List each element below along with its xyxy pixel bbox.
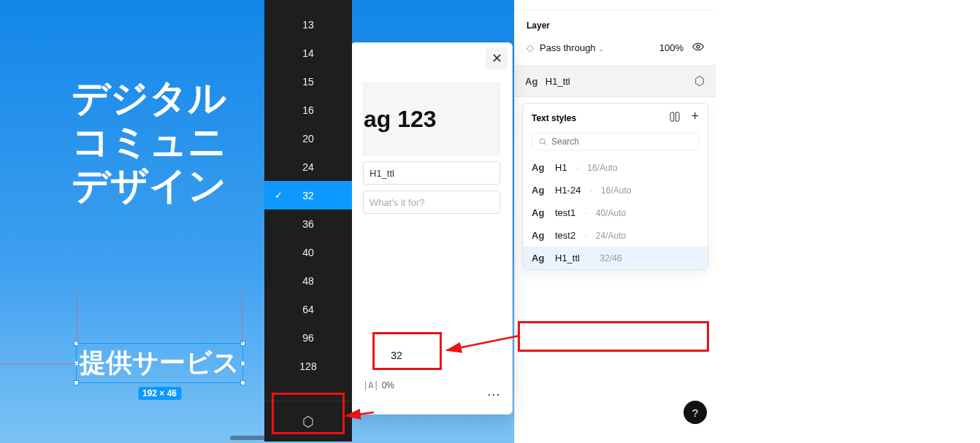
current-text-style-row[interactable]: Ag H1_ttl bbox=[515, 66, 716, 97]
styles-search-input[interactable] bbox=[532, 133, 699, 150]
ag-icon: Ag bbox=[532, 162, 548, 173]
opacity-field[interactable]: 100% bbox=[659, 42, 684, 53]
style-description-input[interactable] bbox=[363, 190, 500, 214]
style-preview: ag 123 bbox=[363, 82, 500, 155]
more-options-button[interactable]: ⋯ bbox=[487, 386, 502, 402]
font-size-dropdown[interactable]: 131415162024323640486496128 bbox=[264, 0, 352, 442]
font-size-option[interactable]: 20 bbox=[264, 124, 352, 153]
text-style-item[interactable]: AgH1-24·16/Auto bbox=[523, 179, 708, 201]
resize-handle[interactable] bbox=[240, 380, 245, 385]
text-styles-title: Text styles bbox=[532, 113, 576, 123]
selected-text-layer[interactable]: 提供サービス 192 × 46 bbox=[76, 343, 243, 383]
layer-section-title: Layer bbox=[527, 20, 704, 31]
font-size-option[interactable]: 96 bbox=[264, 323, 352, 352]
blend-mode-icon: ◇ bbox=[527, 42, 534, 53]
font-size-option[interactable]: 40 bbox=[264, 238, 352, 266]
dropdown-footer[interactable] bbox=[264, 401, 352, 442]
layer-section: Layer ◇ Pass through ⌄ 100% bbox=[515, 10, 716, 66]
detach-style-icon[interactable] bbox=[694, 75, 705, 87]
chevron-down-icon: ⌄ bbox=[598, 45, 604, 53]
inspector-panel: Layer ◇ Pass through ⌄ 100% bbox=[514, 0, 716, 443]
help-button[interactable]: ? bbox=[684, 401, 707, 424]
ellipsis-icon: ⋯ bbox=[487, 387, 502, 401]
library-icon[interactable] bbox=[669, 111, 681, 126]
letter-spacing-field[interactable]: |A| 0% bbox=[363, 380, 394, 390]
text-styles-panel: Text styles + AgH1·16/AutoAgH1-24·16/Aut… bbox=[522, 103, 708, 270]
style-name-input[interactable] bbox=[363, 161, 500, 185]
text-style-item[interactable]: Agtest2·24/Auto bbox=[523, 224, 708, 247]
font-size-option[interactable]: 64 bbox=[264, 295, 352, 323]
text-style-item[interactable]: Agtest1·40/Auto bbox=[523, 201, 708, 224]
alignment-guide bbox=[1, 363, 77, 364]
dimensions-badge: 192 × 46 bbox=[138, 387, 181, 400]
font-size-option[interactable]: 36 bbox=[264, 209, 352, 238]
eye-icon bbox=[692, 41, 704, 53]
letter-spacing-icon: |A| bbox=[363, 380, 379, 390]
resize-handle[interactable] bbox=[240, 361, 245, 366]
style-hexagon-icon bbox=[302, 415, 315, 428]
font-size-option[interactable]: 32 bbox=[264, 181, 352, 209]
font-size-option[interactable]: 128 bbox=[264, 352, 352, 380]
selected-text[interactable]: 提供サービス 192 × 46 bbox=[76, 343, 243, 383]
font-size-option[interactable]: 13 bbox=[264, 10, 352, 39]
font-size-option[interactable]: 15 bbox=[264, 67, 352, 96]
close-icon: ✕ bbox=[491, 50, 502, 66]
font-size-option[interactable]: 24 bbox=[264, 153, 352, 181]
font-size-option[interactable]: 14 bbox=[264, 39, 352, 67]
edit-style-popover[interactable]: ✕ ag 123 32 |A| 0% ⋯ bbox=[351, 42, 513, 415]
ag-icon: Ag bbox=[525, 76, 537, 87]
help-icon: ? bbox=[692, 407, 698, 419]
font-size-field[interactable]: 32 bbox=[363, 338, 430, 373]
close-button[interactable]: ✕ bbox=[486, 47, 508, 69]
font-size-option[interactable]: 16 bbox=[264, 96, 352, 124]
add-style-button[interactable]: + bbox=[691, 111, 699, 126]
ag-icon: Ag bbox=[532, 253, 548, 263]
alignment-guide bbox=[77, 293, 77, 344]
font-size-option[interactable]: 48 bbox=[264, 266, 352, 295]
resize-handle[interactable] bbox=[74, 380, 79, 385]
blend-mode-select[interactable]: Pass through ⌄ bbox=[540, 42, 604, 53]
ag-icon: Ag bbox=[532, 185, 548, 196]
ag-icon: Ag bbox=[532, 230, 548, 241]
text-style-item[interactable]: AgH1_ttl·32/46 bbox=[523, 247, 708, 269]
canvas-title-text: デジタル コミュニ デザイン bbox=[72, 77, 226, 207]
search-icon bbox=[538, 137, 547, 146]
svg-point-0 bbox=[697, 45, 700, 48]
svg-point-1 bbox=[540, 139, 545, 144]
alignment-guide bbox=[242, 293, 242, 344]
ag-icon: Ag bbox=[532, 207, 548, 218]
text-style-item[interactable]: AgH1·16/Auto bbox=[523, 156, 708, 179]
visibility-toggle[interactable] bbox=[692, 41, 704, 55]
